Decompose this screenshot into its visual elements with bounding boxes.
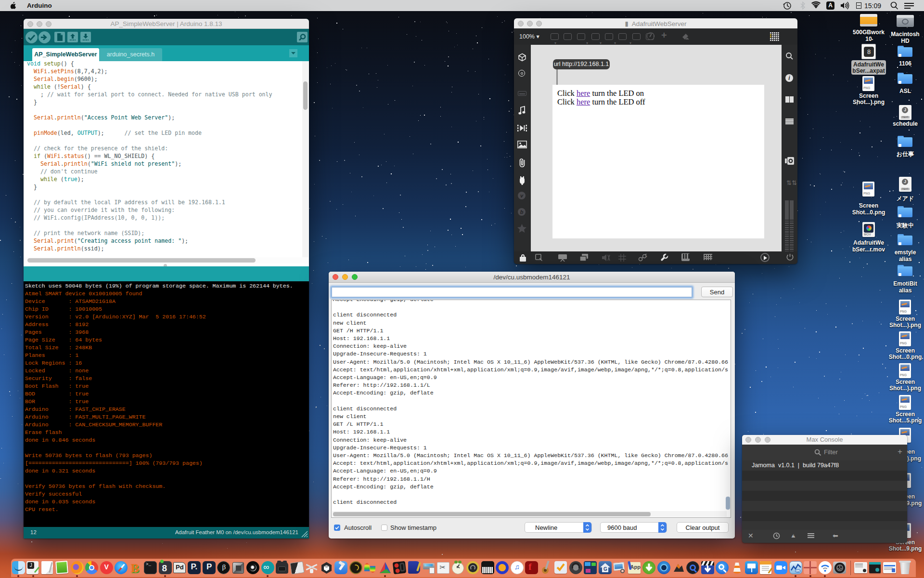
- svg-text:G: G: [603, 566, 607, 572]
- svg-text:+: +: [645, 255, 647, 258]
